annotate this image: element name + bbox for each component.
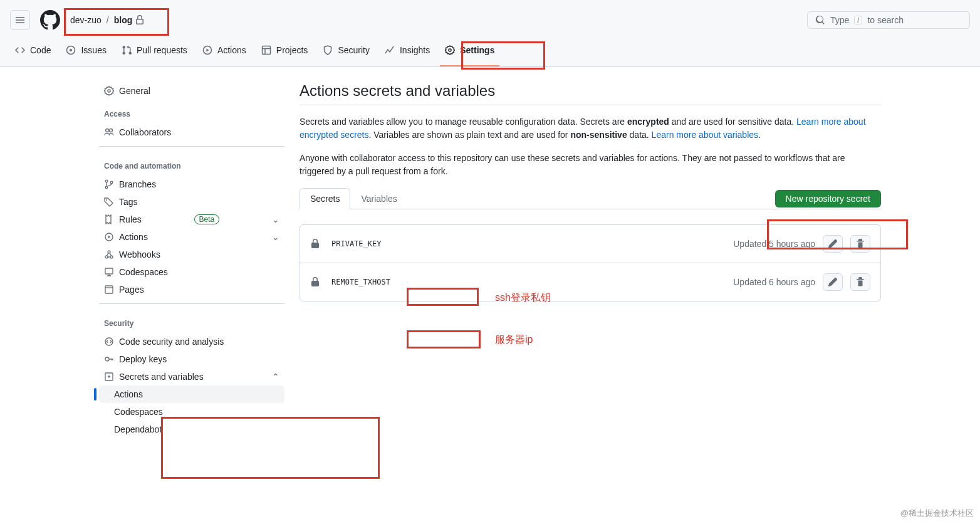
svg-point-9 <box>105 186 108 189</box>
lock-icon <box>310 277 320 287</box>
sidebar-heading-security: Security <box>99 309 284 333</box>
annotation-text: ssh登录私钥 <box>495 291 551 305</box>
tab-variables[interactable]: Variables <box>350 188 407 209</box>
delete-secret-button[interactable] <box>850 273 870 291</box>
svg-point-8 <box>105 180 108 182</box>
sidebar-code-security[interactable]: Code security and analysis <box>99 333 284 350</box>
chevron-down-icon: ⌄ <box>272 232 279 242</box>
svg-point-1 <box>70 49 72 51</box>
sidebar-sv-codespaces[interactable]: Codespaces <box>99 403 284 421</box>
secret-name: REMOTE_TXHOST <box>328 276 394 288</box>
sidebar-heading-code-auto: Code and automation <box>99 152 284 176</box>
svg-point-7 <box>110 129 113 132</box>
nav-settings[interactable]: Settings <box>440 40 499 66</box>
page-description-1: Secrets and variables allow you to manag… <box>300 115 881 142</box>
sidebar-general[interactable]: General <box>99 82 284 100</box>
sidebar-actions[interactable]: Actions⌄ <box>99 228 284 246</box>
sidebar-tags[interactable]: Tags <box>99 193 284 211</box>
svg-point-5 <box>108 90 110 92</box>
sidebar-sv-dependabot[interactable]: Dependabot <box>99 421 284 438</box>
svg-rect-3 <box>262 46 270 55</box>
lock-icon <box>310 239 320 249</box>
sidebar-rules[interactable]: RulesBeta⌄ <box>99 211 284 228</box>
svg-point-11 <box>106 199 107 201</box>
settings-sidebar: General Access Collaborators Code and au… <box>99 82 284 438</box>
secret-row: REMOTE_TXHOST Updated 6 hours ago <box>300 263 880 301</box>
svg-point-4 <box>449 49 451 51</box>
sidebar-secrets-vars[interactable]: Secrets and variables⌃ <box>99 368 284 385</box>
delete-secret-button[interactable] <box>850 235 870 253</box>
sidebar-heading-access: Access <box>99 100 284 123</box>
nav-security[interactable]: Security <box>318 40 375 66</box>
sidebar-codespaces[interactable]: Codespaces <box>99 263 284 281</box>
pencil-icon <box>828 239 838 249</box>
svg-point-6 <box>106 129 109 132</box>
search-input[interactable]: Type / to search <box>807 11 970 29</box>
svg-point-10 <box>110 181 113 184</box>
page-title: Actions secrets and variables <box>300 82 881 105</box>
page-description-2: Anyone with collaborator access to this … <box>300 152 881 178</box>
svg-point-19 <box>105 357 109 361</box>
nav-insights[interactable]: Insights <box>380 40 435 66</box>
breadcrumb-owner[interactable]: dev-zuo <box>70 15 102 25</box>
svg-point-13 <box>105 256 108 258</box>
breadcrumb: dev-zuo / blog <box>70 15 145 25</box>
breadcrumb-repo[interactable]: blog <box>114 15 133 25</box>
sidebar-webhooks[interactable]: Webhooks <box>99 246 284 263</box>
annotation-text: 服务器ip <box>495 333 533 347</box>
nav-code[interactable]: Code <box>10 40 56 66</box>
svg-rect-17 <box>105 286 113 293</box>
chevron-down-icon: ⌄ <box>272 214 279 224</box>
lock-icon <box>135 15 145 25</box>
link-variables[interactable]: Learn more about variables <box>652 130 758 140</box>
secret-name: PRIVATE_KEY <box>328 238 385 249</box>
edit-secret-button[interactable] <box>823 273 843 291</box>
trash-icon <box>855 277 865 287</box>
github-logo-icon[interactable] <box>40 10 60 30</box>
nav-pulls[interactable]: Pull requests <box>117 40 192 66</box>
sidebar-deploy-keys[interactable]: Deploy keys <box>99 350 284 368</box>
tab-secrets[interactable]: Secrets <box>300 188 350 209</box>
secret-row: PRIVATE_KEY Updated 5 hours ago <box>300 225 880 263</box>
menu-button[interactable] <box>10 10 30 30</box>
secret-updated: Updated 6 hours ago <box>733 277 815 287</box>
secrets-list: PRIVATE_KEY Updated 5 hours ago REMOTE_T… <box>300 224 881 301</box>
sidebar-collaborators[interactable]: Collaborators <box>99 123 284 141</box>
sidebar-branches[interactable]: Branches <box>99 176 284 193</box>
chevron-up-icon: ⌃ <box>272 372 279 382</box>
nav-issues[interactable]: Issues <box>61 40 111 66</box>
nav-projects[interactable]: Projects <box>256 40 313 66</box>
svg-point-14 <box>110 256 113 258</box>
pencil-icon <box>828 277 838 287</box>
sidebar-pages[interactable]: Pages <box>99 281 284 298</box>
nav-actions[interactable]: Actions <box>197 40 251 66</box>
search-icon <box>815 15 825 25</box>
new-repository-secret-button[interactable]: New repository secret <box>775 190 881 207</box>
svg-rect-16 <box>105 268 113 274</box>
secret-updated: Updated 5 hours ago <box>733 239 815 249</box>
trash-icon <box>855 239 865 249</box>
sidebar-sv-actions[interactable]: Actions <box>99 385 284 403</box>
edit-secret-button[interactable] <box>823 235 843 253</box>
